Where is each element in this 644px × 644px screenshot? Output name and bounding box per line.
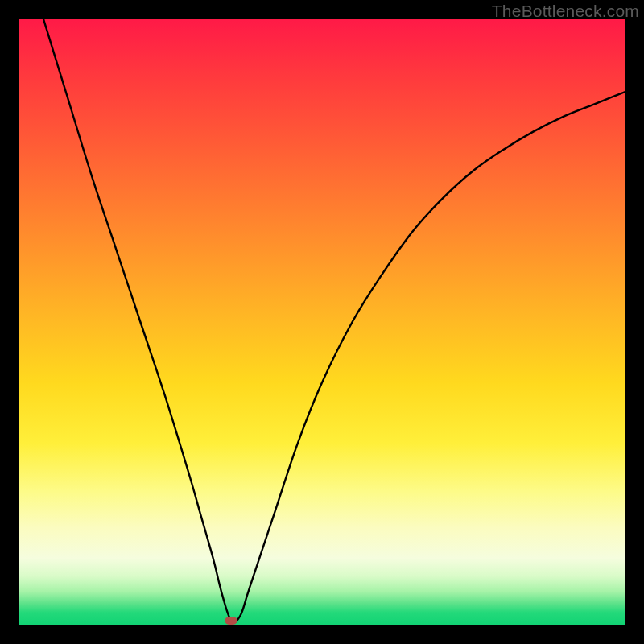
- watermark-text: TheBottleneck.com: [492, 2, 639, 21]
- optimum-marker: [225, 617, 237, 625]
- bottleneck-curve: [19, 19, 625, 625]
- plot-area: [19, 19, 625, 625]
- chart-frame: TheBottleneck.com: [0, 0, 644, 644]
